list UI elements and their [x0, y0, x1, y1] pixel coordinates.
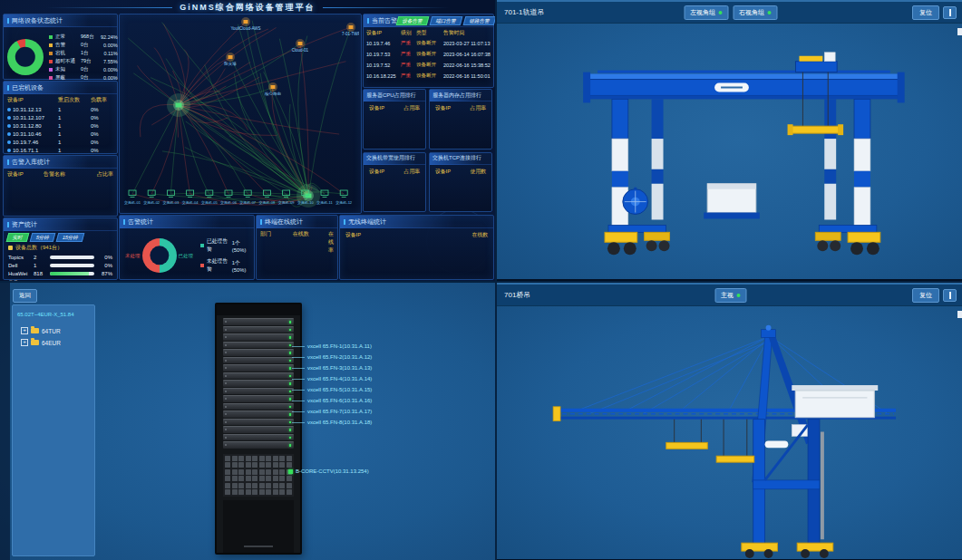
table-row[interactable]: 10.16.71.1 1 0% — [4, 146, 117, 154]
server-label[interactable]: vxcell 65.FN-4(10.31.A.14) — [292, 373, 372, 384]
table-row[interactable]: 10.31.10.46 1 0% — [4, 130, 117, 138]
assets-tabs: 实时5分钟15分钟 — [7, 233, 113, 242]
svg-text:交换机-12: 交换机-12 — [335, 200, 353, 205]
core-switch-label[interactable]: B-CORE-CCTV(10.31.13.254) — [288, 468, 369, 474]
rack-bottom-panel — [223, 500, 294, 553]
tree-item[interactable]: 64TUR — [21, 327, 90, 334]
panel-title: 交换机带宽使用排行 — [364, 153, 425, 165]
legend-item: 已处理告警 1个(50%) — [200, 237, 250, 254]
asset-bar-track — [50, 264, 94, 267]
reset-view-button[interactable]: 复位 — [912, 288, 939, 303]
svg-text:交换机-04: 交换机-04 — [182, 200, 199, 205]
server-label[interactable]: vxcell 65.FN-7(10.31.A.17) — [292, 406, 372, 417]
server-rack[interactable] — [215, 303, 302, 555]
alarm-stats-panel: 告警统计 未处理 已处理 已处理告警 1个(50%) — [119, 215, 255, 280]
server-label[interactable]: vxcell 65.FN-8(10.31.A.18) — [292, 417, 372, 428]
rack-top-panel — [217, 304, 300, 315]
fullscreen-button[interactable] — [943, 6, 957, 19]
expand-icon[interactable] — [21, 327, 28, 334]
folder-icon — [31, 328, 39, 333]
alarms-table: 10.19.7.46 严重 设备断开 2023-03-27 11:07:13 1… — [364, 38, 493, 82]
panel-title: 服务器CPU占用排行 — [364, 90, 425, 101]
expand-icon[interactable] — [21, 339, 28, 346]
table-header: 设备IP 占用率 — [364, 101, 425, 115]
folder-icon — [31, 340, 39, 345]
topology-panel: YouliCloud-AWSCloud-017-01-TWF核心路由防火墙交换机… — [119, 14, 362, 214]
screen: GiNMS综合网络设备管理平台 网络设备状态统计 正常 968台 92.24% — [0, 0, 962, 560]
alarm-tabs: 设备告警端口告警链路告警 — [397, 16, 495, 25]
rack-labels: vxcell 65.FN-1(10.31.A.11) vxcell 65.FN-… — [292, 341, 372, 428]
panel-title: 当前告警 设备告警端口告警链路告警 — [364, 14, 493, 27]
legend-item: 超时不通 79台 7.55% — [49, 58, 120, 64]
asset-bar-fill — [50, 272, 89, 275]
rtg-3d-viewport[interactable] — [497, 24, 962, 279]
table-row[interactable]: 10.16.18.225 严重 设备断开 2022-06-16 11:50:01 — [364, 71, 493, 82]
camera-group-button[interactable]: 主视 — [714, 288, 746, 303]
table-row[interactable]: 10.19.7.52 严重 设备断开 2022-06-16 15:38:52 — [364, 60, 493, 71]
asset-row: HuaWei 818 87% — [8, 271, 112, 276]
back-button[interactable]: 返回 — [13, 289, 37, 303]
svg-text:交换机-10: 交换机-10 — [297, 200, 315, 205]
server-label[interactable]: vxcell 65.FN-6(10.31.A.16) — [292, 395, 372, 406]
alarm-tab[interactable]: 设备告警 — [396, 16, 430, 25]
table-row[interactable]: 10.31.12.13 1 0% — [4, 105, 117, 113]
server-label[interactable]: vxcell 65.FN-5(10.31.A.15) — [292, 384, 372, 395]
assets-panel: 资产统计 实时5分钟15分钟 设备总数（941台） Topics 2 0% De… — [3, 217, 118, 280]
assets-tab[interactable]: 5分钟 — [30, 233, 56, 242]
fullscreen-icon — [949, 9, 951, 16]
legend-swatch — [200, 264, 204, 267]
dashboard-header: GiNMS综合网络设备管理平台 — [0, 1, 495, 14]
panel-title: 资产统计 — [4, 218, 117, 231]
camera-group-button[interactable]: 左视角组 — [684, 5, 728, 20]
svg-text:交换机-11: 交换机-11 — [316, 200, 333, 205]
legend-item: 屏蔽 0台 0.00% — [49, 74, 120, 81]
header-line — [45, 7, 172, 8]
alarm-store-panel: 告警入库统计 设备IP 告警名称 占比率 — [3, 155, 118, 217]
device-tree: 64TUR 64EUR — [17, 327, 90, 346]
panel-title: 交换机TCP连接排行 — [430, 153, 491, 165]
alarm-tab[interactable]: 链路告警 — [463, 16, 495, 25]
alarm-tab[interactable]: 端口告警 — [430, 16, 463, 25]
asset-row: Dell 1 0% — [8, 263, 112, 268]
assets-tab[interactable]: 实时 — [6, 233, 30, 242]
legend-swatch — [49, 52, 53, 55]
sts-3d-viewport[interactable] — [497, 306, 962, 559]
server-label[interactable]: vxcell 65.FN-3(10.31.A.13) — [292, 362, 372, 373]
assets-tab[interactable]: 15分钟 — [56, 233, 85, 242]
leader-line — [292, 368, 305, 369]
device-dot-icon — [7, 116, 11, 120]
table-row[interactable]: 10.19.7.53 严重 设备断开 2023-06-14 16:07:38 — [364, 49, 493, 60]
status-square-icon — [288, 469, 293, 474]
fullscreen-button[interactable] — [943, 289, 957, 302]
sts-crane-view: 701桥吊 主视 复位 — [495, 281, 962, 560]
alarm-stats-donut — [142, 238, 177, 273]
tree-item[interactable]: 64EUR — [21, 339, 90, 346]
svg-text:核心路由: 核心路由 — [265, 91, 281, 96]
alarm-stats-legend: 已处理告警 1个(50%) 未处理告警 1个(50%) — [200, 234, 250, 277]
status-dot — [767, 11, 771, 14]
svg-text:交换机-07: 交换机-07 — [239, 200, 257, 205]
table-row[interactable]: 10.19.7.46 1 0% — [4, 138, 117, 146]
server-label[interactable]: vxcell 65.FN-1(10.31.A.11) — [292, 341, 372, 352]
network-topology-graph[interactable]: YouliCloud-AWSCloud-017-01-TWF核心路由防火墙交换机… — [120, 14, 359, 211]
legend-item: 未知 0台 0.00% — [49, 66, 120, 72]
table-header: 设备IP 占用率 — [364, 165, 425, 179]
reset-view-button[interactable]: 复位 — [912, 5, 939, 20]
table-row[interactable]: 10.31.12.107 1 0% — [4, 113, 117, 121]
status-dot — [736, 294, 740, 297]
leader-line — [292, 401, 305, 401]
rack-room-view: 返回 65.02T~4EUR-X_51.84 64TUR 64EUR — [0, 281, 495, 560]
device-dot-icon — [7, 140, 11, 144]
table-header: 设备IP 级别 类型 告警时间 — [364, 27, 493, 38]
asset-row: Topics 2 0% — [8, 255, 112, 260]
server-label[interactable]: vxcell 65.FN-2(10.31.A.12) — [292, 352, 372, 362]
device-status-donut — [7, 39, 44, 75]
legend-item: 告警 0台 0.00% — [49, 42, 120, 48]
rack-units — [223, 318, 294, 449]
camera-group-buttons: 主视 — [714, 288, 746, 303]
assets-bars: Topics 2 0% Dell 1 0% HuaWei — [4, 255, 117, 281]
camera-group-button[interactable]: 右视角组 — [733, 5, 777, 20]
table-row[interactable]: 10.31.12.80 1 0% — [4, 121, 117, 130]
table-row[interactable]: 10.19.7.46 严重 设备断开 2023-03-27 11:07:13 — [364, 38, 493, 49]
leader-line — [292, 357, 305, 358]
